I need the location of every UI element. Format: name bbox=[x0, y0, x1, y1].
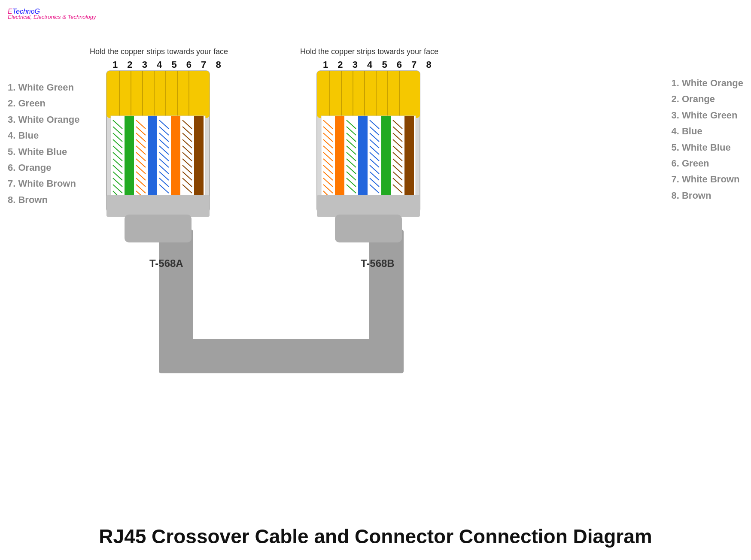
svg-line-127 bbox=[393, 165, 402, 174]
svg-line-31 bbox=[136, 139, 146, 148]
svg-line-111 bbox=[370, 146, 379, 154]
svg-line-84 bbox=[323, 146, 333, 154]
svg-line-120 bbox=[393, 120, 402, 129]
svg-line-64 bbox=[182, 178, 192, 187]
svg-line-103 bbox=[347, 178, 356, 187]
left-wire-6: 6. Orange bbox=[8, 160, 79, 176]
right-wire-4: 4. Blue bbox=[672, 123, 743, 139]
svg-line-101 bbox=[347, 165, 356, 174]
right-wire-6: 6. Green bbox=[672, 155, 743, 171]
left-wire-8: 8. Brown bbox=[8, 192, 79, 208]
svg-line-61 bbox=[182, 159, 192, 167]
right-wire-7: 7. White Brown bbox=[672, 171, 743, 187]
svg-line-17 bbox=[113, 139, 122, 148]
svg-line-28 bbox=[136, 120, 146, 129]
svg-rect-66 bbox=[194, 116, 204, 197]
svg-line-80 bbox=[323, 120, 333, 129]
svg-line-15 bbox=[113, 127, 122, 135]
svg-rect-0 bbox=[159, 230, 193, 350]
svg-line-60 bbox=[182, 152, 192, 161]
left-wire-7: 7. White Brown bbox=[8, 176, 79, 191]
svg-line-91 bbox=[323, 191, 330, 197]
svg-rect-78 bbox=[321, 116, 416, 197]
svg-line-123 bbox=[393, 139, 402, 148]
pin-numbers-right: 1 2 3 4 5 6 7 8 bbox=[323, 59, 435, 70]
svg-rect-118 bbox=[381, 116, 391, 197]
left-wire-1: 1. White Green bbox=[8, 79, 79, 95]
svg-line-25 bbox=[113, 191, 119, 197]
svg-line-55 bbox=[182, 120, 192, 129]
svg-rect-40 bbox=[148, 116, 157, 197]
svg-line-46 bbox=[159, 146, 169, 154]
svg-line-34 bbox=[136, 159, 146, 167]
svg-line-51 bbox=[159, 178, 169, 187]
svg-line-22 bbox=[113, 172, 122, 180]
left-wire-3: 3. White Orange bbox=[8, 112, 79, 127]
svg-line-81 bbox=[323, 127, 333, 135]
svg-line-99 bbox=[347, 152, 356, 161]
svg-line-58 bbox=[182, 139, 192, 148]
svg-line-63 bbox=[182, 172, 192, 180]
right-wire-8: 8. Brown bbox=[672, 188, 743, 203]
svg-line-14 bbox=[113, 120, 122, 129]
page-title: RJ45 Crossover Cable and Connector Conne… bbox=[0, 525, 751, 548]
svg-rect-2 bbox=[159, 339, 404, 373]
svg-line-49 bbox=[159, 165, 169, 174]
svg-line-21 bbox=[113, 165, 122, 174]
svg-line-124 bbox=[393, 146, 402, 154]
right-wire-1: 1. White Orange bbox=[672, 75, 743, 91]
instruction-right: Hold the copper strips towards your face bbox=[294, 47, 444, 56]
svg-rect-3 bbox=[106, 71, 210, 212]
svg-line-102 bbox=[347, 172, 356, 180]
svg-line-38 bbox=[136, 185, 146, 193]
svg-rect-70 bbox=[317, 71, 420, 118]
svg-rect-79 bbox=[323, 116, 333, 197]
svg-line-65 bbox=[182, 185, 192, 193]
svg-line-62 bbox=[182, 165, 192, 174]
svg-line-115 bbox=[370, 172, 379, 180]
svg-rect-92 bbox=[335, 116, 344, 197]
svg-line-107 bbox=[370, 120, 379, 129]
svg-line-122 bbox=[393, 133, 402, 142]
logo-subtitle: Electrical, Electronics & Technology bbox=[8, 14, 96, 20]
svg-line-56 bbox=[182, 127, 192, 135]
svg-line-97 bbox=[347, 139, 356, 148]
right-wire-5: 5. White Blue bbox=[672, 139, 743, 155]
svg-line-114 bbox=[370, 165, 379, 174]
svg-line-23 bbox=[113, 178, 122, 187]
t568a-label: T-568A bbox=[149, 257, 183, 269]
svg-line-112 bbox=[370, 152, 379, 161]
svg-line-128 bbox=[393, 172, 402, 180]
svg-line-89 bbox=[323, 178, 333, 187]
svg-rect-12 bbox=[111, 116, 205, 197]
svg-line-57 bbox=[182, 133, 192, 142]
svg-line-126 bbox=[393, 159, 402, 167]
svg-line-18 bbox=[113, 146, 122, 154]
svg-line-90 bbox=[323, 185, 333, 193]
svg-line-37 bbox=[136, 178, 146, 187]
svg-line-125 bbox=[393, 152, 402, 161]
svg-rect-41 bbox=[159, 116, 169, 197]
svg-line-88 bbox=[323, 172, 333, 180]
svg-rect-131 bbox=[404, 116, 414, 197]
left-wire-2: 2. Green bbox=[8, 95, 79, 111]
instruction-left: Hold the copper strips towards your face bbox=[84, 47, 234, 56]
svg-line-24 bbox=[113, 185, 122, 193]
svg-line-52 bbox=[159, 185, 169, 193]
svg-line-48 bbox=[159, 159, 169, 167]
svg-line-129 bbox=[393, 178, 402, 187]
svg-line-82 bbox=[323, 133, 333, 142]
svg-rect-132 bbox=[317, 195, 420, 217]
svg-line-96 bbox=[347, 133, 356, 142]
svg-rect-106 bbox=[370, 116, 379, 197]
svg-line-59 bbox=[182, 146, 192, 154]
svg-line-108 bbox=[370, 127, 379, 135]
svg-line-36 bbox=[136, 172, 146, 180]
svg-line-44 bbox=[159, 133, 169, 142]
svg-line-30 bbox=[136, 133, 146, 142]
svg-line-113 bbox=[370, 159, 379, 167]
svg-line-43 bbox=[159, 127, 169, 135]
svg-rect-67 bbox=[106, 195, 210, 217]
labels-right: 1. White Orange 2. Orange 3. White Green… bbox=[672, 75, 743, 203]
svg-rect-53 bbox=[171, 116, 180, 197]
